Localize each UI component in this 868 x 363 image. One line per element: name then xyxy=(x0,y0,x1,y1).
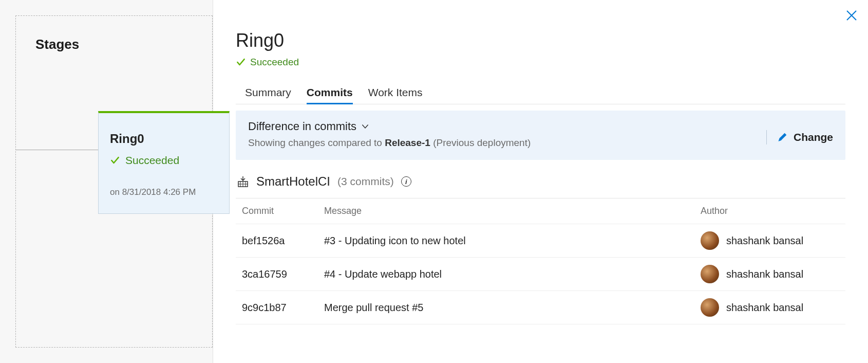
commit-message: Merge pull request #5 xyxy=(324,302,701,314)
stage-card-date: on 8/31/2018 4:26 PM xyxy=(110,187,218,197)
commit-message: #4 - Update webapp hotel xyxy=(324,268,701,280)
diff-subtext: Showing changes compared to Release-1 (P… xyxy=(248,137,766,149)
tab-summary[interactable]: Summary xyxy=(245,83,291,104)
build-name: SmartHotelCI xyxy=(256,174,330,189)
stage-card-title: Ring0 xyxy=(110,132,218,146)
commit-id: 3ca16759 xyxy=(242,268,324,280)
diff-dropdown[interactable]: Difference in commits xyxy=(248,120,766,133)
stage-connector xyxy=(16,150,98,150)
tab-workitems[interactable]: Work Items xyxy=(368,83,423,104)
stage-card-ring0[interactable]: Ring0 Succeeded on 8/31/2018 4:26 PM xyxy=(98,111,230,214)
avatar xyxy=(701,231,719,250)
table-header: Commit Message Author xyxy=(236,198,845,224)
stage-card-status-text: Succeeded xyxy=(125,154,179,167)
build-artifact-row: SmartHotelCI (3 commits) i xyxy=(236,174,845,189)
diff-title: Difference in commits xyxy=(248,120,356,133)
check-icon xyxy=(110,155,120,166)
col-header-message: Message xyxy=(324,206,701,216)
table-row[interactable]: 9c9c1b87 Merge pull request #5 shashank … xyxy=(236,291,845,324)
diff-release-name: Release-1 xyxy=(385,137,430,148)
commit-id: bef1526a xyxy=(242,235,324,247)
artifact-icon xyxy=(237,175,249,188)
diff-actions: Change xyxy=(766,130,833,144)
tabs: Summary Commits Work Items xyxy=(236,83,845,104)
panel-status-text: Succeeded xyxy=(250,57,299,68)
diff-subtext-suffix: (Previous deployment) xyxy=(430,137,531,148)
table-row[interactable]: 3ca16759 #4 - Update webapp hotel shasha… xyxy=(236,258,845,291)
diff-subtext-prefix: Showing changes compared to xyxy=(248,137,385,148)
commits-table: Commit Message Author bef1526a #3 - Upda… xyxy=(236,198,845,324)
table-row[interactable]: bef1526a #3 - Updating icon to new hotel… xyxy=(236,224,845,258)
panel-title: Ring0 xyxy=(236,30,845,51)
commit-author: shashank bansal xyxy=(701,298,839,317)
diff-info: Difference in commits Showing changes co… xyxy=(248,120,766,149)
author-name: shashank bansal xyxy=(726,235,803,247)
detail-panel: Ring0 Succeeded Summary Commits Work Ite… xyxy=(213,0,868,363)
check-icon xyxy=(236,57,246,67)
close-button[interactable] xyxy=(845,9,858,24)
change-button[interactable]: Change xyxy=(777,131,833,143)
author-name: shashank bansal xyxy=(726,302,803,314)
col-header-author: Author xyxy=(701,206,839,216)
commit-author: shashank bansal xyxy=(701,265,839,283)
build-commit-count: (3 commits) xyxy=(337,175,394,188)
info-icon[interactable]: i xyxy=(401,176,411,187)
chevron-down-icon xyxy=(361,122,370,131)
pencil-icon xyxy=(777,132,788,143)
change-button-label: Change xyxy=(794,131,833,143)
commit-message: #3 - Updating icon to new hotel xyxy=(324,235,701,247)
panel-status: Succeeded xyxy=(236,57,845,68)
pipeline-canvas: Stages Ring0 Succeeded on 8/31/2018 4:26… xyxy=(15,15,213,348)
commit-id: 9c9c1b87 xyxy=(242,302,324,314)
col-header-commit: Commit xyxy=(242,206,324,216)
avatar xyxy=(701,298,719,317)
stages-heading: Stages xyxy=(35,37,212,52)
diff-banner: Difference in commits Showing changes co… xyxy=(236,111,845,160)
close-icon xyxy=(845,9,858,22)
commit-author: shashank bansal xyxy=(701,231,839,250)
author-name: shashank bansal xyxy=(726,268,803,280)
stages-pane: Stages Ring0 Succeeded on 8/31/2018 4:26… xyxy=(0,0,213,363)
avatar xyxy=(701,265,719,283)
stage-card-status: Succeeded xyxy=(110,154,218,167)
tab-commits[interactable]: Commits xyxy=(307,83,353,104)
divider xyxy=(766,130,767,144)
